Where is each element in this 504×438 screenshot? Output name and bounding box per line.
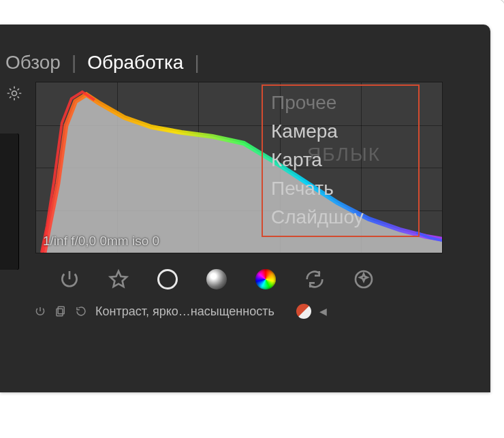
other-dropdown: Прочее Камера Карта Печать Слайдшоу [262, 84, 420, 237]
star-icon[interactable] [108, 268, 129, 290]
left-panel-stub [0, 134, 19, 270]
tone-tool-icon[interactable] [206, 268, 227, 290]
reset-mini-icon[interactable] [75, 305, 87, 317]
svg-rect-2 [58, 307, 64, 314]
color-tool-icon[interactable] [255, 268, 277, 290]
separator: | [194, 52, 199, 74]
section-footer: Контраст, ярко…насыщенность ◀ [0, 301, 490, 319]
tab-bar: Обзор | Обработка | [0, 25, 490, 82]
dropdown-item-camera[interactable]: Камера [271, 117, 410, 146]
app-panel: Обзор | Обработка | [0, 25, 490, 392]
section-label: Контраст, ярко…насыщенность [95, 304, 274, 319]
tool-row [0, 253, 490, 301]
svg-rect-3 [57, 309, 63, 316]
gear-icon[interactable] [5, 84, 23, 105]
collapse-triangle-icon[interactable]: ◀ [319, 306, 327, 317]
exposure-tool-icon[interactable] [157, 268, 178, 290]
copy-mini-icon[interactable] [54, 305, 67, 317]
power-icon[interactable] [59, 268, 80, 290]
tab-process[interactable]: Обработка [87, 52, 183, 74]
dropdown-item-print[interactable]: Печать [271, 174, 410, 203]
power-mini-icon[interactable] [34, 305, 46, 317]
exif-readout: 1/inf f/0,0 0mm iso 0 [43, 234, 159, 249]
dropdown-item-slideshow[interactable]: Слайдшоу [271, 203, 410, 232]
section-orb-icon[interactable] [296, 304, 311, 319]
dropdown-item-map[interactable]: Карта [271, 146, 410, 174]
tab-overview[interactable]: Обзор [5, 52, 61, 74]
svg-point-0 [12, 91, 17, 96]
dropdown-header[interactable]: Прочее [271, 89, 410, 117]
separator: | [72, 52, 76, 74]
refresh-icon[interactable] [304, 268, 326, 290]
effects-icon[interactable] [353, 268, 375, 290]
